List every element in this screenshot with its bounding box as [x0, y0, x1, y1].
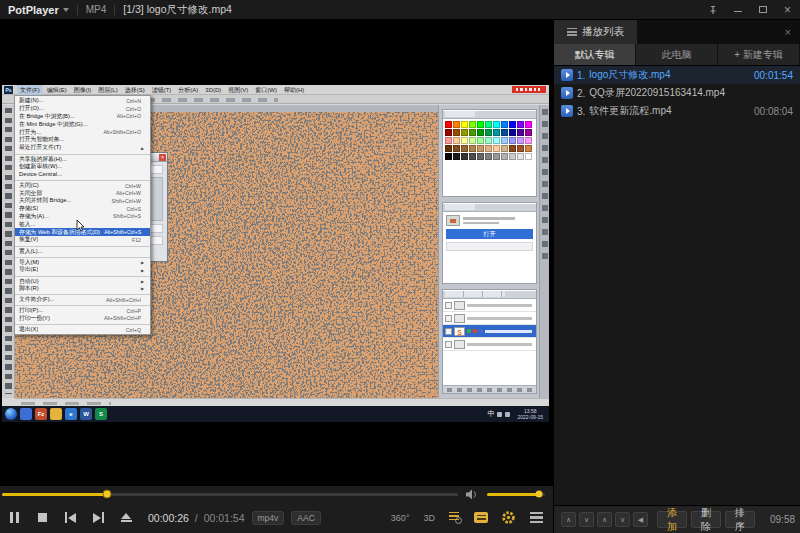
ps-file-menu-item: 置入(L)... [15, 246, 150, 255]
playlist-nav-button[interactable]: ◀ [633, 512, 648, 527]
video-codec-badge[interactable]: mp4v [252, 511, 285, 525]
playlist-nav-button[interactable]: ∧ [597, 512, 612, 527]
vr-360-button[interactable]: 360° [391, 513, 410, 523]
playlist-nav-buttons: ∧∨∧∨◀ [561, 512, 648, 527]
playlist-action-button[interactable]: 添加 [657, 511, 687, 528]
video-surface[interactable]: Ps 文件(F)编辑(E)图像(I)图层(L)选择(S)滤镜(T)分析(A)3D… [0, 20, 553, 485]
color-swatch [469, 129, 476, 136]
playlist-nav-button[interactable]: ∨ [579, 512, 594, 527]
menu-hamburger-icon[interactable] [530, 512, 543, 523]
taskbar-icon [50, 408, 62, 420]
playlist-action-button[interactable]: 排序 [725, 511, 755, 528]
color-swatch [469, 121, 476, 128]
menu-item-label: 最近打开文件(T) [19, 143, 61, 152]
playlist-nav-button[interactable]: ∧ [561, 512, 576, 527]
menu-item-label: 退出(X) [19, 325, 38, 334]
color-swatch [509, 153, 516, 160]
ps-menu-item: 图层(L) [95, 85, 120, 95]
playlist-item-name: logo尺寸修改.mp4 [589, 68, 750, 82]
playlist-item[interactable]: 3. 软件更新流程.mp4 00:08:04 [554, 102, 800, 120]
recorded-taskbar: FzeWS 中 13:58 2022-09-15 [2, 406, 549, 422]
maximize-button[interactable] [750, 0, 775, 20]
layer-row [443, 312, 536, 325]
album-tab[interactable]: + 新建专辑 [718, 44, 800, 65]
volume-handle[interactable] [536, 491, 543, 498]
menu-item-label: 打印一份(Y) [19, 314, 50, 323]
color-swatch [445, 137, 452, 144]
close-button[interactable]: × [775, 0, 800, 20]
color-swatch [525, 129, 532, 136]
color-swatch [445, 145, 452, 152]
ps-file-menu-item: 文件简介(F)... Alt+Shift+Ctrl+I [15, 294, 150, 303]
titlebar[interactable]: PotPlayer MP4 [1/3] logo尺寸修改.mp4 × [0, 0, 800, 20]
settings-gear-icon[interactable] [501, 510, 516, 525]
stereo-3d-button[interactable]: 3D [423, 513, 435, 523]
next-button[interactable] [84, 505, 112, 531]
layer-row-selected: S [443, 325, 536, 338]
layer-visibility-icon [445, 328, 452, 335]
stop-button[interactable] [28, 505, 56, 531]
ps-file-menu-item: 打印一份(Y) Alt+Shift+Ctrl+P [15, 314, 150, 322]
menu-item-label: 文件简介(F)... [19, 295, 54, 304]
menu-item-shortcut: Alt+Shift+Ctrl+S [100, 229, 141, 235]
pin-button[interactable] [700, 0, 725, 20]
seek-progress [2, 493, 107, 496]
volume-icon[interactable] [466, 489, 479, 500]
menu-item-shortcut: Shift+Ctrl+S [109, 213, 141, 219]
open-file-button[interactable] [112, 505, 140, 531]
ps-file-menu-item: 退出(X) Ctrl+Q [15, 324, 150, 333]
subtitle-panel-icon[interactable] [474, 512, 488, 523]
previous-button[interactable] [56, 505, 84, 531]
taskbar-clock: 13:58 2022-09-15 [513, 408, 546, 420]
playlist-action-button[interactable]: 删除 [691, 511, 721, 528]
playlist-close-icon[interactable]: × [776, 26, 800, 38]
volume-fill [487, 493, 539, 496]
logo-color-dot [467, 329, 471, 333]
volume-slider[interactable] [487, 493, 545, 496]
taskbar-icons: FzeWS [20, 408, 107, 420]
playlist-item-name: 软件更新流程.mp4 [589, 104, 750, 118]
transport-row: 00:00:26 / 00:01:54 mp4v AAC 360° 3D [0, 502, 553, 533]
app-logo[interactable]: PotPlayer [8, 4, 59, 16]
chevron-down-icon[interactable] [63, 8, 69, 12]
menu-item-label: Device Central... [19, 171, 62, 177]
stop-icon [38, 513, 47, 522]
album-tab[interactable]: 此电脑 [636, 44, 718, 65]
subtitle-search-icon[interactable] [449, 512, 461, 523]
playlist-nav-button[interactable]: ∨ [615, 512, 630, 527]
menu-item-shortcut: Ctrl+N [122, 98, 141, 104]
playlist-item[interactable]: 2. QQ录屏20220915163414.mp4 [554, 84, 800, 102]
video-frame-content: Ps 文件(F)编辑(E)图像(I)图层(L)选择(S)滤镜(T)分析(A)3D… [2, 85, 549, 422]
control-bar: 00:00:26 / 00:01:54 mp4v AAC 360° 3D [0, 485, 553, 533]
panel-header-tabs [443, 291, 536, 299]
minimize-button[interactable] [725, 0, 750, 20]
album-tab[interactable]: 默认专辑 [554, 44, 636, 65]
ps-swatches-panel [442, 109, 537, 197]
menu-item-shortcut: Shift+Ctrl+W [108, 198, 141, 204]
playlist-item-number: 3. [577, 106, 585, 117]
seek-bar[interactable] [2, 493, 458, 496]
playlist-tab[interactable]: 播放列表 [554, 20, 637, 44]
layer-thumbnail [454, 301, 465, 310]
menu-item-label: 导出(E) [19, 265, 38, 274]
seek-handle[interactable] [102, 490, 111, 499]
time-display: 00:00:26 / 00:01:54 [148, 512, 245, 524]
submenu-arrow-icon [141, 145, 146, 151]
time-separator: / [195, 512, 198, 524]
audio-codec-badge[interactable]: AAC [291, 511, 320, 525]
playlist-footer: ∧∨∧∨◀ 添加删除排序 09:58 [554, 505, 800, 533]
ps-file-menu-item: 创建新审核(W)... [15, 163, 150, 171]
playlist-item[interactable]: 1. logo尺寸修改.mp4 00:01:54 [554, 66, 800, 84]
ps-menu-item: 帮助(H) [281, 85, 307, 95]
format-badge: MP4 [86, 4, 107, 15]
current-time: 09:58 [770, 514, 795, 525]
ps-menu-item: 窗口(W) [252, 85, 280, 95]
submenu-arrow-icon [141, 285, 146, 291]
color-swatch [501, 129, 508, 136]
color-swatch [509, 129, 516, 136]
ps-status-bar [15, 398, 549, 406]
media-file-icon [561, 87, 573, 99]
color-swatch [485, 153, 492, 160]
submenu-arrow-icon [141, 267, 146, 273]
pause-button[interactable] [0, 505, 28, 531]
